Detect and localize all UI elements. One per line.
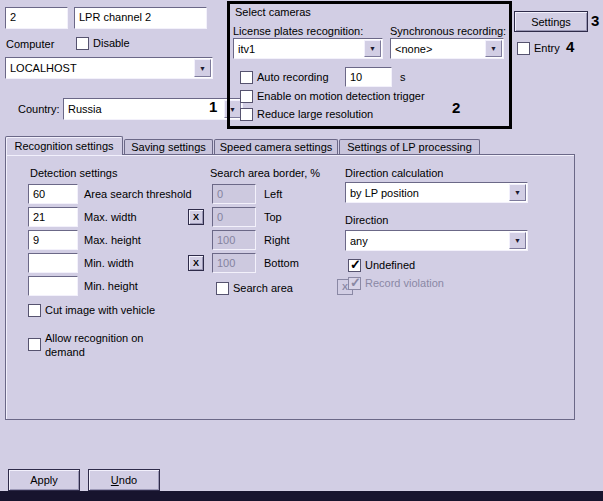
record-violation-label: Record violation — [365, 276, 444, 290]
direction-calculation-title: Direction calculation — [345, 166, 443, 180]
computer-select-value: LOCALHOST — [10, 58, 192, 78]
max-size-x-button[interactable]: X — [188, 209, 204, 225]
select-cameras-group: Select cameras License plates recognitio… — [227, 1, 512, 129]
border-bottom-label: Bottom — [264, 256, 299, 270]
min-width-input[interactable] — [28, 253, 78, 273]
undo-button-label-first: U — [111, 474, 119, 486]
computer-select[interactable]: LOCALHOST ▼ — [5, 57, 213, 79]
direction-calculation-select[interactable]: by LP position ▼ — [345, 182, 528, 203]
disable-checkbox[interactable] — [76, 37, 89, 50]
motion-trigger-checkbox[interactable] — [240, 90, 253, 103]
sync-recording-select[interactable]: <none> ▼ — [390, 38, 504, 59]
computer-label: Computer — [6, 37, 54, 51]
disable-label: Disable — [93, 36, 130, 50]
annotation-3: 3 — [591, 13, 599, 29]
motion-trigger-label: Enable on motion detection trigger — [257, 89, 425, 103]
select-cameras-title: Select cameras — [235, 5, 311, 19]
auto-recording-checkbox[interactable] — [240, 71, 253, 84]
lpr-recognition-label: License plates recognition: — [233, 24, 363, 38]
border-bottom-input: 100 — [212, 253, 256, 273]
min-height-label: Min. height — [84, 279, 138, 293]
channel-name-field[interactable]: LPR channel 2 — [74, 7, 207, 29]
tab-recognition-settings[interactable]: Recognition settings — [5, 136, 123, 155]
max-width-label: Max. width — [84, 210, 137, 224]
entry-label: Entry — [534, 41, 560, 55]
reduce-resolution-checkbox[interactable] — [240, 108, 253, 121]
direction-select[interactable]: any ▼ — [345, 230, 528, 251]
area-search-threshold-label: Area search threshold — [84, 187, 192, 201]
auto-recording-unit-label: s — [400, 70, 406, 84]
border-top-label: Top — [264, 210, 282, 224]
auto-recording-input[interactable]: 10 — [345, 67, 392, 87]
area-search-threshold-input[interactable]: 60 — [28, 184, 78, 204]
lpr-recognition-select-value: itv1 — [238, 39, 362, 58]
lpr-recognition-select[interactable]: itv1 ▼ — [233, 38, 383, 59]
search-area-border-title: Search area border, % — [210, 166, 320, 180]
auto-recording-label: Auto recording — [257, 70, 329, 84]
dropdown-arrow-icon[interactable]: ▼ — [509, 232, 526, 249]
apply-button[interactable]: Apply — [8, 469, 80, 491]
reduce-resolution-label: Reduce large resolution — [257, 107, 373, 121]
max-height-label: Max. height — [84, 233, 141, 247]
max-width-input[interactable]: 21 — [28, 207, 78, 227]
tab-speed-camera-settings[interactable]: Speed camera settings — [214, 139, 338, 154]
border-left-input: 0 — [212, 184, 256, 204]
annotation-4: 4 — [566, 39, 574, 55]
sync-recording-label: Synchronous recording: — [390, 24, 506, 38]
search-area-checkbox[interactable] — [216, 282, 229, 295]
dropdown-arrow-icon[interactable]: ▼ — [509, 184, 526, 201]
direction-calculation-select-value: by LP position — [350, 183, 507, 202]
tab-settings-of-lp-processing[interactable]: Settings of LP processing — [339, 139, 480, 154]
sync-recording-select-value: <none> — [395, 39, 483, 58]
undefined-checkbox[interactable] — [348, 259, 361, 272]
annotation-1: 1 — [209, 99, 217, 115]
dropdown-arrow-icon[interactable]: ▼ — [364, 40, 381, 57]
cut-image-label: Cut image with vehicle — [45, 303, 155, 317]
min-size-x-button[interactable]: X — [188, 255, 204, 271]
allow-recognition-label: Allow recognition on demand — [45, 331, 157, 359]
lpr-channel-settings-panel: 2 LPR channel 2 Computer Disable LOCALHO… — [0, 0, 603, 501]
country-select-value: Russia — [68, 99, 222, 119]
record-violation-checkbox — [348, 277, 361, 290]
settings-button[interactable]: Settings — [514, 11, 588, 32]
border-left-label: Left — [264, 187, 282, 201]
annotation-2: 2 — [452, 100, 460, 116]
dropdown-arrow-icon[interactable]: ▼ — [194, 59, 211, 77]
detection-settings-title: Detection settings — [30, 166, 117, 180]
window-bottom-edge — [0, 491, 603, 501]
tab-page-panel: Detection settings 60 Area search thresh… — [5, 154, 575, 420]
allow-recognition-checkbox[interactable] — [28, 338, 41, 351]
min-width-label: Min. width — [84, 256, 134, 270]
min-height-input[interactable] — [28, 276, 78, 296]
direction-select-value: any — [350, 231, 507, 250]
border-top-input: 0 — [212, 207, 256, 227]
country-label: Country: — [18, 102, 60, 116]
dropdown-arrow-icon[interactable]: ▼ — [485, 40, 502, 57]
cut-image-checkbox[interactable] — [28, 304, 41, 317]
entry-checkbox[interactable] — [517, 42, 530, 55]
border-right-label: Right — [264, 233, 290, 247]
undo-button[interactable]: Undo — [88, 469, 160, 491]
channel-id-field[interactable]: 2 — [5, 7, 68, 29]
tab-saving-settings[interactable]: Saving settings — [124, 139, 213, 154]
undefined-label: Undefined — [365, 258, 415, 272]
undo-button-label-rest: ndo — [119, 474, 137, 486]
max-height-input[interactable]: 9 — [28, 230, 78, 250]
direction-label: Direction — [345, 213, 388, 227]
search-area-label: Search area — [233, 281, 293, 295]
border-right-input: 100 — [212, 230, 256, 250]
